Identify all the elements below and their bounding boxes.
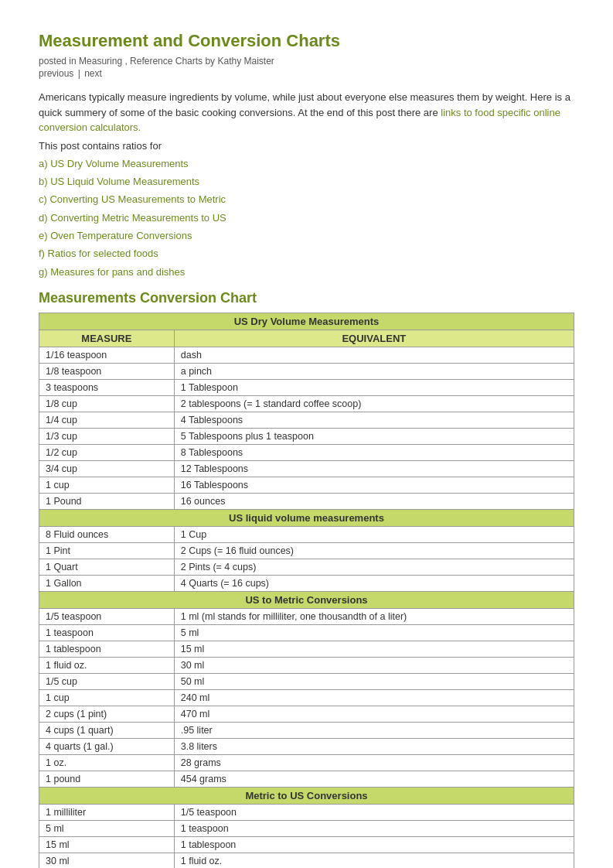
nav-next-link[interactable]: next [84, 68, 102, 79]
col-equivalent: EQUIVALENT [174, 330, 574, 347]
chart-title: Measurements Conversion Chart [39, 290, 574, 306]
table-row: 2 cups (1 pint)470 ml [39, 706, 574, 723]
table-row: 1/2 cup8 Tablespoons [39, 445, 574, 461]
toc-link-b[interactable]: b) US Liquid Volume Measurements [39, 176, 199, 187]
section-header-metric-us-label: Metric to US Conversions [39, 788, 574, 805]
col-measure: MEASURE [39, 330, 175, 347]
section-header-us-metric-label: US to Metric Conversions [39, 592, 574, 609]
toc-item-d: d) Converting Metric Measurements to US [39, 209, 574, 227]
section-header-liquid: US liquid volume measurements [39, 510, 574, 527]
toc-item-f: f) Ratios for selected foods [39, 244, 574, 262]
table-row: 1 Gallon4 Quarts (= 16 cups) [39, 576, 574, 592]
toc-link-e[interactable]: e) Oven Temperature Conversions [39, 230, 192, 241]
table-row: 1 fluid oz.30 ml [39, 658, 574, 674]
table-row: 1/16 teaspoondash [39, 347, 574, 364]
conversion-table: US Dry Volume Measurements MEASURE EQUIV… [39, 313, 574, 868]
col-header-dry: MEASURE EQUIVALENT [39, 330, 574, 347]
toc-link-g[interactable]: g) Measures for pans and dishes [39, 266, 185, 278]
table-row: 1 tablespoon15 ml [39, 641, 574, 658]
table-row: 5 ml1 teaspoon [39, 821, 574, 837]
section-header-liquid-label: US liquid volume measurements [39, 510, 574, 527]
table-row: 1 pound454 grams [39, 771, 574, 788]
table-row: 4 cups (1 quart).95 liter [39, 723, 574, 739]
toc-item-c: c) Converting US Measurements to Metric [39, 190, 574, 208]
table-row: 8 Fluid ounces1 Cup [39, 527, 574, 543]
toc-item-a: a) US Dry Volume Measurements [39, 155, 574, 173]
table-row: 1 Pound16 ounces [39, 494, 574, 510]
table-row: 1/8 cup2 tablespoons (= 1 standard coffe… [39, 396, 574, 412]
table-row: 3/4 cup12 Tablespoons [39, 461, 574, 477]
toc-item-e: e) Oven Temperature Conversions [39, 227, 574, 244]
table-row: 1 cup240 ml [39, 690, 574, 706]
toc-link-d[interactable]: d) Converting Metric Measurements to US [39, 212, 226, 224]
table-row: 1/8 teaspoona pinch [39, 364, 574, 380]
table-row: 1/4 cup4 Tablespoons [39, 412, 574, 429]
nav-separator: | [78, 68, 80, 79]
table-row: 1 Quart2 Pints (= 4 cups) [39, 559, 574, 576]
toc-item-g: g) Measures for pans and dishes [39, 263, 574, 281]
toc-intro: This post contains ratios for [39, 140, 574, 152]
toc-item-b: b) US Liquid Volume Measurements [39, 173, 574, 190]
post-meta: posted in Measuring , Reference Charts b… [39, 56, 574, 67]
toc-link-c[interactable]: c) Converting US Measurements to Metric [39, 193, 226, 205]
table-row: 1/5 teaspoon1 ml (ml stands for millilit… [39, 609, 574, 625]
table-row: 1 milliliter1/5 teaspoon [39, 805, 574, 821]
post-meta-text: posted in Measuring , Reference Charts b… [39, 56, 274, 67]
table-row: 1 oz.28 grams [39, 755, 574, 771]
table-row: 3 teaspoons1 Tablespoon [39, 380, 574, 396]
toc-link-f[interactable]: f) Ratios for selected foods [39, 248, 158, 259]
table-row: 1 cup16 Tablespoons [39, 477, 574, 494]
post-nav: previous | next [39, 68, 574, 79]
section-header-dry-label: US Dry Volume Measurements [39, 313, 574, 330]
section-header-metric-us: Metric to US Conversions [39, 788, 574, 805]
section-header-us-metric: US to Metric Conversions [39, 592, 574, 609]
table-row: 1 Pint2 Cups (= 16 fluid ounces) [39, 543, 574, 559]
toc-link-a[interactable]: a) US Dry Volume Measurements [39, 158, 189, 169]
table-row: 1/3 cup5 Tablespoons plus 1 teaspoon [39, 429, 574, 445]
table-row: 15 ml1 tablespoon [39, 837, 574, 853]
table-row: 1/5 cup50 ml [39, 674, 574, 690]
nav-previous-link[interactable]: previous [39, 68, 73, 79]
toc-list: a) US Dry Volume Measurements b) US Liqu… [39, 155, 574, 282]
page-title: Measurement and Conversion Charts [39, 31, 574, 51]
intro-paragraph: Americans typically measure ingredients … [39, 90, 574, 135]
table-row: 1 teaspoon5 ml [39, 625, 574, 641]
table-row: 4 quarts (1 gal.)3.8 liters [39, 739, 574, 755]
section-header-dry: US Dry Volume Measurements [39, 313, 574, 330]
table-row: 30 ml1 fluid oz. [39, 853, 574, 868]
